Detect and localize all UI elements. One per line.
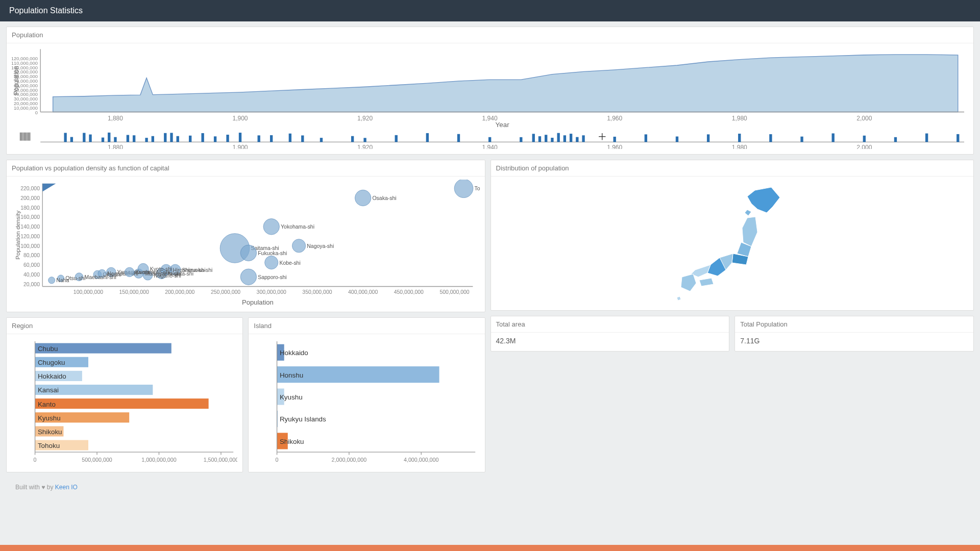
svg-rect-28	[89, 135, 91, 142]
svg-rect-35	[152, 136, 154, 142]
svg-rect-50	[363, 138, 366, 142]
svg-rect-64	[582, 135, 584, 142]
svg-rect-72	[832, 133, 835, 142]
svg-rect-63	[576, 137, 578, 142]
svg-text:100,000,000: 100,000,000	[74, 289, 103, 295]
panel-island-body: HokkaidoHonshuKyushuRyukyu IslandsShikok…	[249, 334, 484, 472]
svg-text:500,000,000: 500,000,000	[439, 289, 469, 295]
svg-rect-70	[769, 134, 772, 142]
svg-text:400,000,000: 400,000,000	[348, 289, 378, 295]
svg-rect-74	[894, 137, 897, 142]
svg-rect-51	[395, 135, 398, 142]
svg-text:Tohoku: Tohoku	[38, 441, 60, 449]
svg-point-130	[265, 256, 278, 269]
svg-rect-84	[20, 133, 20, 141]
svg-text:350,000,000: 350,000,000	[302, 289, 332, 295]
panel-island-title: Island	[249, 318, 484, 334]
svg-text:20,000,000: 20,000,000	[14, 101, 38, 106]
svg-text:Chugoku: Chugoku	[38, 359, 65, 366]
footer-text: Built with ♥ by	[15, 484, 55, 491]
svg-rect-32	[127, 135, 129, 142]
svg-text:2,000: 2,000	[856, 115, 872, 122]
svg-text:0: 0	[35, 110, 38, 115]
svg-text:250,000,000: 250,000,000	[211, 289, 240, 295]
svg-text:Ryukyu Islands: Ryukyu Islands	[280, 415, 326, 423]
svg-rect-27	[83, 133, 85, 142]
svg-text:Yokohama-shi: Yokohama-shi	[281, 224, 314, 230]
svg-text:Fukuoka-shi: Fukuoka-shi	[258, 251, 287, 256]
svg-text:Population: Population	[242, 298, 274, 306]
chart-scatter[interactable]: 20,00040,00060,00080,000100,000120,00014…	[12, 180, 480, 307]
svg-rect-62	[570, 134, 572, 142]
svg-rect-40	[201, 133, 204, 142]
svg-rect-76	[957, 134, 959, 142]
svg-text:500,000,000: 500,000,000	[82, 456, 112, 462]
chart-region-bar[interactable]: ChubuChugokuHokkaidoKansaiKantoKyushuShi…	[12, 337, 237, 467]
svg-text:Kyushu: Kyushu	[38, 414, 61, 421]
svg-rect-48	[320, 138, 323, 142]
stat-population: Total Population 7.11G	[734, 316, 974, 352]
svg-text:1,940: 1,940	[482, 144, 498, 149]
svg-rect-69	[738, 134, 741, 142]
svg-text:Tokyo: Tokyo	[474, 186, 479, 191]
svg-text:220,000: 220,000	[20, 186, 40, 191]
svg-rect-89	[27, 133, 27, 141]
svg-text:Kobe-shi: Kobe-shi	[279, 260, 300, 265]
svg-rect-88	[26, 133, 26, 141]
svg-text:1,900: 1,900	[232, 115, 248, 122]
svg-text:Hokkaido: Hokkaido	[38, 372, 66, 380]
svg-text:180,000: 180,000	[20, 205, 40, 210]
svg-rect-90	[28, 133, 29, 141]
svg-text:40,000: 40,000	[23, 272, 40, 278]
svg-point-118	[454, 180, 473, 198]
svg-rect-86	[22, 133, 23, 141]
svg-text:Nagoya-shi: Nagoya-shi	[307, 243, 334, 248]
svg-rect-53	[457, 134, 460, 142]
footer-link[interactable]: Keen IO	[55, 484, 78, 491]
svg-text:1,960: 1,960	[607, 115, 622, 122]
japan-map[interactable]	[671, 181, 793, 304]
svg-rect-168	[35, 398, 209, 409]
panel-map-body	[491, 177, 973, 310]
svg-text:1,980: 1,980	[732, 115, 747, 122]
svg-text:1,920: 1,920	[357, 115, 373, 122]
panel-scatter-body: 20,00040,00060,00080,000100,000120,00014…	[7, 177, 485, 312]
svg-text:Maebashi-shi: Maebashi-shi	[84, 274, 116, 280]
footer: Built with ♥ by Keen IO	[6, 478, 974, 497]
svg-rect-33	[133, 135, 135, 142]
chart-population-area[interactable]: 010,000,00020,000,00030,000,00040,000,00…	[12, 46, 968, 149]
svg-rect-71	[800, 137, 803, 142]
svg-text:120,000,000: 120,000,000	[12, 56, 38, 61]
panel-population-body: 010,000,00020,000,00030,000,00040,000,00…	[7, 43, 973, 154]
page-content: Population 010,000,00020,000,00030,000,0…	[0, 21, 980, 502]
chart-island-bar[interactable]: HokkaidoHonshuKyushuRyukyu IslandsShikok…	[254, 337, 479, 467]
stat-area: Total area 42.3M	[491, 316, 730, 352]
svg-rect-39	[189, 136, 191, 142]
svg-rect-66	[645, 134, 647, 142]
svg-text:Kyushu: Kyushu	[280, 393, 303, 400]
svg-text:1,880: 1,880	[108, 115, 123, 122]
svg-text:Honshu: Honshu	[280, 371, 303, 379]
svg-text:100,000: 100,000	[20, 243, 40, 248]
svg-rect-60	[557, 133, 559, 142]
svg-text:200,000,000: 200,000,000	[165, 289, 194, 295]
svg-rect-91	[30, 133, 30, 141]
svg-rect-46	[289, 134, 291, 142]
svg-rect-75	[925, 134, 928, 142]
svg-rect-36	[164, 133, 166, 142]
svg-rect-65	[614, 137, 616, 142]
svg-rect-38	[177, 136, 179, 142]
panel-island: Island HokkaidoHonshuKyushuRyukyu Island…	[248, 317, 485, 473]
svg-rect-34	[145, 138, 148, 142]
svg-rect-54	[488, 137, 491, 142]
svg-text:200,000: 200,000	[20, 195, 40, 201]
svg-text:1,880: 1,880	[108, 144, 123, 149]
svg-text:150,000,000: 150,000,000	[119, 289, 149, 295]
svg-point-124	[292, 239, 305, 252]
panel-region-title: Region	[7, 318, 242, 334]
panel-scatter-title: Population vs population density as func…	[7, 160, 485, 177]
svg-rect-37	[170, 133, 173, 142]
svg-text:4,000,000,000: 4,000,000,000	[404, 456, 439, 462]
panel-scatter: Population vs population density as func…	[6, 160, 485, 312]
svg-text:300,000,000: 300,000,000	[257, 289, 286, 295]
